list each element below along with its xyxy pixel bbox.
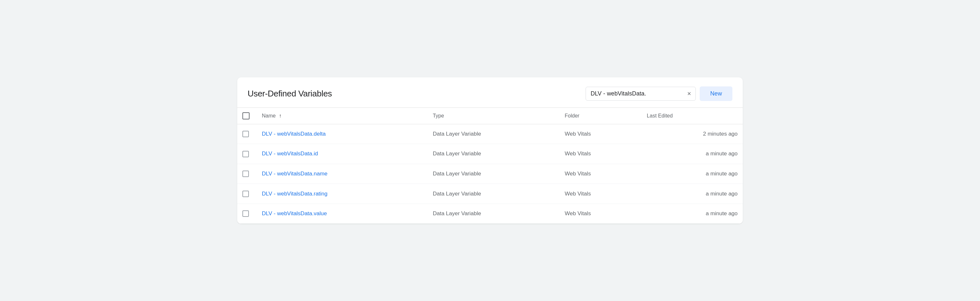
select-all-checkbox-header[interactable]	[237, 108, 257, 124]
variable-link[interactable]: DLV - webVitalsData.rating	[262, 191, 328, 197]
row-checkbox[interactable]	[242, 171, 249, 177]
row-type-value: Data Layer Variable	[433, 191, 481, 197]
column-folder-label: Folder	[565, 113, 579, 119]
row-checkbox[interactable]	[242, 131, 249, 137]
row-folder-value: Web Vitals	[565, 191, 591, 197]
row-last-edited-cell: a minute ago	[642, 204, 743, 223]
row-folder-value: Web Vitals	[565, 131, 591, 137]
row-checkbox-cell[interactable]	[237, 124, 257, 144]
row-type-value: Data Layer Variable	[433, 211, 481, 217]
column-name-label: Name	[262, 113, 276, 119]
variables-table: Name ↑ Type Folder Last Edited	[237, 108, 743, 224]
row-last-edited-value: 2 minutes ago	[703, 131, 738, 137]
variable-link[interactable]: DLV - webVitalsData.name	[262, 171, 328, 177]
variable-link[interactable]: DLV - webVitalsData.delta	[262, 131, 326, 137]
row-last-edited-value: a minute ago	[706, 191, 738, 197]
row-last-edited-value: a minute ago	[706, 150, 738, 157]
row-folder-value: Web Vitals	[565, 150, 591, 157]
row-last-edited-cell: 2 minutes ago	[642, 124, 743, 144]
column-header-type[interactable]: Type	[428, 108, 559, 124]
row-folder-value: Web Vitals	[565, 171, 591, 177]
table-header-row: Name ↑ Type Folder Last Edited	[237, 108, 743, 124]
row-checkbox[interactable]	[242, 151, 249, 157]
new-button[interactable]: New	[700, 86, 732, 101]
row-folder-cell: Web Vitals	[560, 144, 642, 164]
row-name-cell: DLV - webVitalsData.value	[257, 204, 428, 223]
row-last-edited-value: a minute ago	[706, 211, 738, 217]
table-body: DLV - webVitalsData.delta Data Layer Var…	[237, 124, 743, 223]
row-checkbox-cell[interactable]	[237, 144, 257, 164]
column-type-label: Type	[433, 113, 444, 119]
variable-link[interactable]: DLV - webVitalsData.id	[262, 150, 318, 157]
row-checkbox[interactable]	[242, 211, 249, 217]
search-box: DLV - webVitalsData. ×	[585, 87, 696, 101]
header-actions: DLV - webVitalsData. × New	[585, 86, 732, 101]
row-last-edited-cell: a minute ago	[642, 184, 743, 204]
header: User-Defined Variables DLV - webVitalsDa…	[237, 78, 743, 108]
table-row: DLV - webVitalsData.id Data Layer Variab…	[237, 144, 743, 164]
clear-search-icon[interactable]: ×	[687, 90, 691, 97]
table-row: DLV - webVitalsData.delta Data Layer Var…	[237, 124, 743, 144]
table-row: DLV - webVitalsData.rating Data Layer Va…	[237, 184, 743, 204]
row-name-cell: DLV - webVitalsData.delta	[257, 124, 428, 144]
header-checkbox[interactable]	[242, 112, 250, 119]
row-type-cell: Data Layer Variable	[428, 184, 559, 204]
row-folder-cell: Web Vitals	[560, 164, 642, 184]
row-folder-cell: Web Vitals	[560, 184, 642, 204]
row-folder-cell: Web Vitals	[560, 124, 642, 144]
row-last-edited-cell: a minute ago	[642, 164, 743, 184]
row-type-value: Data Layer Variable	[433, 131, 481, 137]
row-last-edited-value: a minute ago	[706, 171, 738, 177]
row-type-value: Data Layer Variable	[433, 150, 481, 157]
row-name-cell: DLV - webVitalsData.name	[257, 164, 428, 184]
table-row: DLV - webVitalsData.value Data Layer Var…	[237, 204, 743, 223]
column-last-edited-label: Last Edited	[647, 113, 673, 119]
row-checkbox-cell[interactable]	[237, 204, 257, 223]
row-type-cell: Data Layer Variable	[428, 124, 559, 144]
row-folder-value: Web Vitals	[565, 211, 591, 217]
search-value: DLV - webVitalsData.	[590, 90, 684, 97]
main-container: User-Defined Variables DLV - webVitalsDa…	[237, 78, 743, 224]
row-checkbox-cell[interactable]	[237, 184, 257, 204]
row-checkbox[interactable]	[242, 191, 249, 197]
row-type-cell: Data Layer Variable	[428, 164, 559, 184]
row-type-cell: Data Layer Variable	[428, 144, 559, 164]
row-last-edited-cell: a minute ago	[642, 144, 743, 164]
sort-ascending-icon: ↑	[279, 113, 282, 119]
column-header-last-edited[interactable]: Last Edited	[642, 108, 743, 124]
row-name-cell: DLV - webVitalsData.rating	[257, 184, 428, 204]
column-header-name[interactable]: Name ↑	[257, 108, 428, 124]
column-header-folder[interactable]: Folder	[560, 108, 642, 124]
row-name-cell: DLV - webVitalsData.id	[257, 144, 428, 164]
row-type-cell: Data Layer Variable	[428, 204, 559, 223]
variable-link[interactable]: DLV - webVitalsData.value	[262, 211, 327, 217]
row-folder-cell: Web Vitals	[560, 204, 642, 223]
table-row: DLV - webVitalsData.name Data Layer Vari…	[237, 164, 743, 184]
row-checkbox-cell[interactable]	[237, 164, 257, 184]
row-type-value: Data Layer Variable	[433, 171, 481, 177]
page-title: User-Defined Variables	[248, 89, 332, 99]
